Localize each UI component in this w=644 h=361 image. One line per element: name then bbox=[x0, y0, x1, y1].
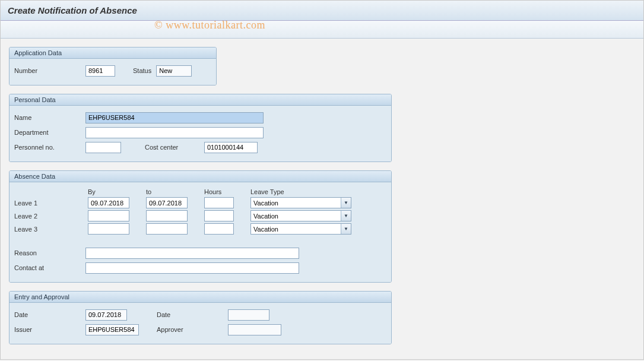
label-reason: Reason bbox=[14, 249, 85, 256]
col-hours: Hours bbox=[204, 188, 250, 195]
group-header-entry-approval: Entry and Approval bbox=[9, 292, 391, 303]
leave1-to[interactable] bbox=[146, 197, 188, 208]
department-field[interactable] bbox=[85, 127, 264, 138]
approval-date-field[interactable] bbox=[228, 309, 269, 321]
group-header-personal-data: Personal Data bbox=[9, 94, 391, 106]
leave1-by[interactable] bbox=[88, 197, 129, 208]
label-entry-date: Date bbox=[14, 311, 85, 318]
leave3-by[interactable] bbox=[88, 223, 129, 235]
entry-date-field[interactable] bbox=[85, 309, 127, 321]
col-leave-type: Leave Type bbox=[250, 188, 284, 195]
label-contact: Contact at bbox=[14, 264, 85, 271]
label-number: Number bbox=[14, 67, 85, 74]
chevron-down-icon[interactable]: ▼ bbox=[341, 198, 351, 208]
status-field[interactable] bbox=[156, 65, 192, 77]
group-application-data: Application Data Number Status bbox=[9, 47, 217, 86]
page-title: Create Notification of Absence bbox=[1, 1, 643, 21]
group-entry-approval: Entry and Approval Date Date Issuer Appr… bbox=[9, 291, 392, 344]
label-issuer: Issuer bbox=[14, 326, 85, 333]
personnel-no-field[interactable] bbox=[85, 142, 121, 153]
reason-field[interactable] bbox=[85, 248, 299, 259]
issuer-field[interactable] bbox=[85, 324, 139, 335]
col-by: By bbox=[88, 188, 146, 195]
label-leave3: Leave 3 bbox=[14, 226, 88, 233]
name-field[interactable] bbox=[85, 112, 264, 124]
label-name: Name bbox=[14, 114, 85, 121]
label-personnel-no: Personnel no. bbox=[14, 144, 85, 151]
label-department: Department bbox=[14, 129, 85, 136]
leave2-hours[interactable] bbox=[204, 210, 234, 221]
leave3-type[interactable] bbox=[250, 223, 351, 235]
group-personal-data: Personal Data Name Department Personnel … bbox=[9, 94, 392, 162]
group-absence-data: Absence Data By to Hours Leave Type Leav… bbox=[9, 170, 392, 283]
label-approver: Approver bbox=[157, 326, 228, 333]
chevron-down-icon[interactable]: ▼ bbox=[341, 224, 351, 234]
leave2-type[interactable] bbox=[250, 210, 351, 221]
group-header-absence-data: Absence Data bbox=[9, 171, 391, 182]
leave2-to[interactable] bbox=[146, 210, 188, 221]
leave3-hours[interactable] bbox=[204, 223, 234, 235]
leave2-by[interactable] bbox=[88, 210, 129, 221]
chevron-down-icon[interactable]: ▼ bbox=[341, 211, 351, 221]
leave-row-3: Leave 3 ▼ bbox=[14, 223, 386, 235]
leave-row-1: Leave 1 ▼ bbox=[14, 197, 386, 208]
group-header-application-data: Application Data bbox=[9, 48, 216, 59]
label-status: Status bbox=[133, 67, 151, 74]
label-leave1: Leave 1 bbox=[14, 200, 88, 207]
col-to: to bbox=[146, 188, 204, 195]
number-field[interactable] bbox=[85, 65, 115, 77]
label-cost-center: Cost center bbox=[145, 144, 204, 151]
leave3-to[interactable] bbox=[146, 223, 188, 235]
leave-row-2: Leave 2 ▼ bbox=[14, 210, 386, 221]
leave1-type[interactable] bbox=[250, 197, 351, 208]
contact-field[interactable] bbox=[85, 262, 299, 274]
leave1-hours[interactable] bbox=[204, 197, 234, 208]
label-approval-date: Date bbox=[157, 311, 228, 318]
toolbar bbox=[1, 21, 643, 39]
cost-center-field[interactable] bbox=[204, 142, 258, 153]
label-leave2: Leave 2 bbox=[14, 213, 88, 220]
approver-field[interactable] bbox=[228, 324, 281, 335]
